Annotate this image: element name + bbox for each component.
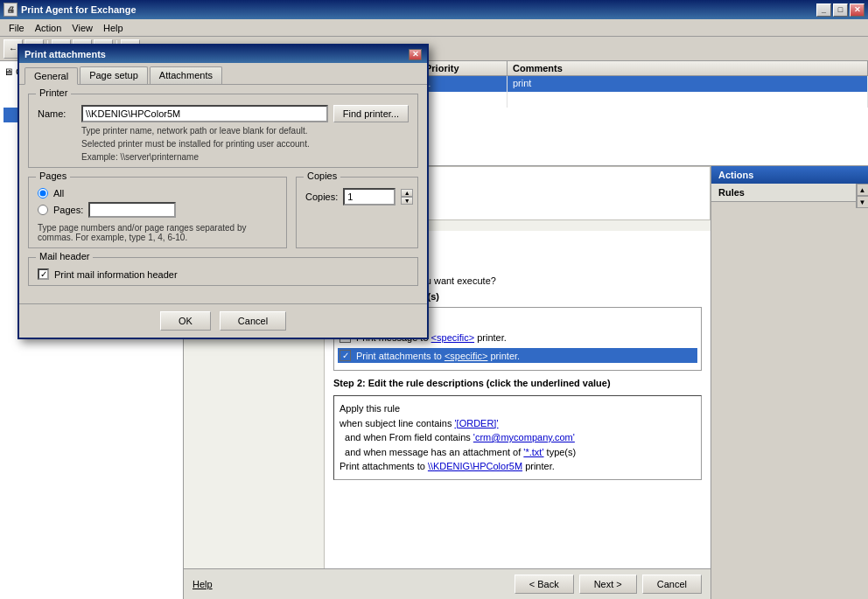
help-underline: Help xyxy=(192,579,213,589)
menu-help[interactable]: Help xyxy=(98,21,129,35)
tab-general[interactable]: General xyxy=(24,67,78,85)
copies-spinner: ▲ ▼ xyxy=(401,189,413,205)
action-print-attachments-label: Print attachments to <specific> printer. xyxy=(356,351,520,361)
title-bar: 🖨 Print Agent for Exchange _ □ ✕ xyxy=(0,0,868,19)
menu-bar: File Action View Help xyxy=(0,19,868,37)
action-print-attachments-checkbox[interactable] xyxy=(340,350,351,361)
pages-copies-row: Pages All Pages: xyxy=(28,177,418,257)
rule-link-attachment[interactable]: '*.txt' xyxy=(523,447,543,457)
maximize-btn[interactable]: □ xyxy=(833,3,848,17)
printer-group-title: Printer xyxy=(36,87,71,98)
pages-group-title: Pages xyxy=(36,171,70,181)
copies-group: Copies Copies: ▲ ▼ xyxy=(296,177,418,248)
printer-hint3: Example: \\server\printername xyxy=(38,152,409,162)
dialog-footer: OK Cancel xyxy=(19,303,427,338)
title-bar-text: Print Agent for Exchange xyxy=(21,4,816,15)
tab-attachments[interactable]: Attachments xyxy=(150,66,222,84)
rule-line2: when subject line contains '[ORDER]' xyxy=(340,416,696,431)
pages-all-radio[interactable] xyxy=(38,188,48,199)
copies-group-content: Copies: ▲ ▼ xyxy=(305,188,409,205)
cell-orders-comments: print xyxy=(508,76,868,92)
rule-link-from[interactable]: 'crm@mycompany.com' xyxy=(473,432,575,442)
wizard-cancel-button[interactable]: Cancel xyxy=(642,575,702,594)
minimize-btn[interactable]: _ xyxy=(816,3,831,17)
dialog-cancel-btn[interactable]: Cancel xyxy=(220,311,286,331)
mail-header-checkbox[interactable] xyxy=(38,268,49,280)
copies-up-btn[interactable]: ▲ xyxy=(401,189,413,197)
rule-line1: Apply this rule xyxy=(340,401,696,416)
col-priority[interactable]: Priority xyxy=(420,61,508,75)
copies-label: Copies: xyxy=(305,192,338,202)
rule-line3: and when From field contains 'crm@mycomp… xyxy=(340,430,696,445)
dialog-tabs: General Page setup Attachments xyxy=(19,63,427,85)
dialog-close-btn[interactable]: ✕ xyxy=(409,49,422,60)
copies-row: Copies: ▲ ▼ xyxy=(305,188,409,205)
printer-hint2: Selected printer must be installed for p… xyxy=(38,139,409,149)
cell-test-priority xyxy=(420,92,508,108)
copies-group-title: Copies xyxy=(304,171,340,181)
wizard-footer-nav: < Back Next > Cancel xyxy=(514,575,702,594)
mail-header-content: Print mail information header xyxy=(38,268,409,280)
pages-all-label: All xyxy=(53,188,64,199)
pages-range-input[interactable] xyxy=(88,202,176,218)
dialog-title-bar: Print attachments ✕ xyxy=(19,45,427,63)
close-btn[interactable]: ✕ xyxy=(850,3,864,17)
title-bar-controls: _ □ ✕ xyxy=(816,3,864,17)
actions-sidebar-header: Actions xyxy=(711,166,868,184)
actions-sidebar: Actions Rules ▲ ▼ xyxy=(710,166,868,599)
pages-hint: Type page numbers and/or page ranges sep… xyxy=(38,223,277,242)
rule-line5: Print attachments to \\KDENIG\HPColor5M … xyxy=(340,459,696,474)
find-printer-btn[interactable]: Find printer... xyxy=(333,105,409,122)
back-button[interactable]: < Back xyxy=(514,575,574,594)
print-attachments-dialog: Print attachments ✕ General Page setup A… xyxy=(18,44,429,339)
pages-group: Pages All Pages: xyxy=(28,177,287,248)
pages-custom-label: Pages: xyxy=(53,205,83,215)
scroll-up-btn[interactable]: ▲ xyxy=(857,184,869,196)
menu-view[interactable]: View xyxy=(66,21,98,35)
menu-file[interactable]: File xyxy=(4,21,30,35)
dialog-body: Printer Name: Find printer... Type print… xyxy=(19,85,427,303)
pages-group-content: All Pages: Type page numbers and/or page… xyxy=(38,188,277,242)
col-comments[interactable]: Comments xyxy=(508,61,868,75)
printer-name-label: Name: xyxy=(38,108,81,119)
wizard-footer: Help < Back Next > Cancel xyxy=(184,568,710,599)
tab-page-setup[interactable]: Page setup xyxy=(80,66,148,84)
mail-header-label: Print mail information header xyxy=(54,269,178,280)
printer-name-input[interactable] xyxy=(81,105,328,122)
main-window: 🖨 Print Agent for Exchange _ □ ✕ File Ac… xyxy=(0,0,868,599)
pages-all-row: All xyxy=(38,188,277,199)
wizard-step2-label: Step 2: Edit the rule descriptions (clic… xyxy=(333,378,702,388)
printer-group: Printer Name: Find printer... Type print… xyxy=(28,94,418,168)
printer-hint1: Type printer name, network path or leave… xyxy=(38,126,409,136)
mail-header-group-title: Mail header xyxy=(36,251,93,261)
cell-orders-priority: 1 xyxy=(420,76,508,92)
rule-desc-box: Apply this rule when subject line contai… xyxy=(333,395,702,480)
app-icon: 🖨 xyxy=(4,3,18,17)
actions-sidebar-rules[interactable]: Rules xyxy=(711,184,856,202)
copies-down-btn[interactable]: ▼ xyxy=(401,197,413,205)
next-button[interactable]: Next > xyxy=(579,575,637,594)
pages-custom-row: Pages: xyxy=(38,202,277,218)
menu-action[interactable]: Action xyxy=(30,21,67,35)
dialog-ok-btn[interactable]: OK xyxy=(160,311,211,331)
action-print-attachments[interactable]: Print attachments to <specific> printer. xyxy=(338,348,697,363)
dialog-title-text: Print attachments xyxy=(24,49,409,59)
printer-name-row: Name: Find printer... xyxy=(38,105,409,122)
pages-custom-radio[interactable] xyxy=(38,205,48,215)
pages-radio-group: All Pages: xyxy=(38,188,277,218)
rule-link-subject[interactable]: '[ORDER]' xyxy=(454,418,498,428)
actions-sidebar-main: Rules xyxy=(711,184,856,208)
cell-test-comments xyxy=(508,92,868,108)
mail-header-group: Mail header Print mail information heade… xyxy=(28,257,418,286)
copies-input[interactable] xyxy=(343,188,396,205)
rule-link-printer[interactable]: \\KDENIG\HPColor5M xyxy=(428,461,522,471)
actions-sidebar-scrollbar: ▲ ▼ xyxy=(856,184,868,208)
rule-line4: and when message has an attachment of '*… xyxy=(340,445,696,460)
actions-sidebar-content: Rules ▲ ▼ xyxy=(711,184,868,208)
printer-group-content: Name: Find printer... Type printer name,… xyxy=(38,105,409,162)
mail-header-row: Print mail information header xyxy=(38,268,409,280)
wizard-footer-help: Help xyxy=(192,579,213,589)
scroll-down-btn[interactable]: ▼ xyxy=(857,196,869,208)
